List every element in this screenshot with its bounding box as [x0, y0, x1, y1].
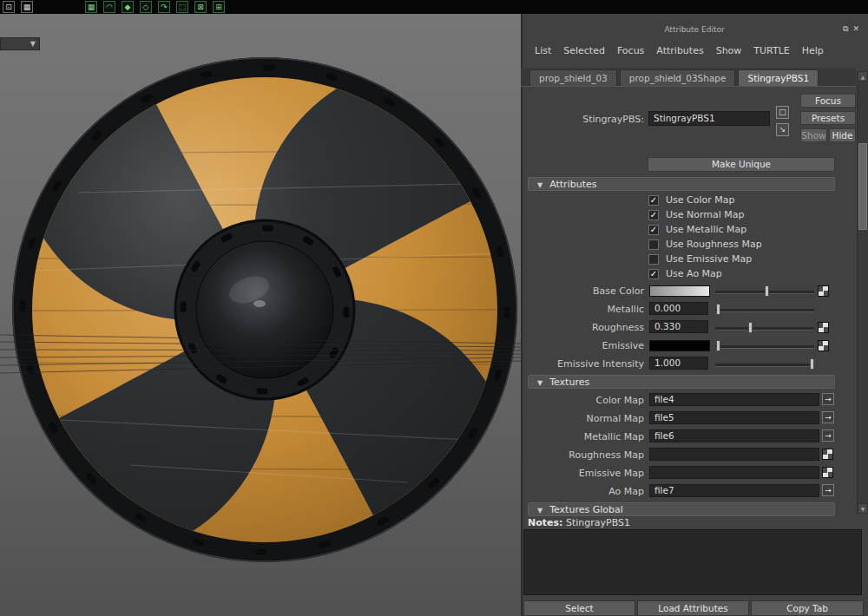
emissive-slider[interactable] [715, 345, 814, 349]
color-map-field[interactable]: file4 [649, 393, 819, 406]
construction-history-icon[interactable]: ⬚ [176, 1, 188, 13]
roughness-slider[interactable] [715, 327, 814, 331]
ao-map-label: Ao Map [521, 486, 644, 497]
checkbox-use-color-map[interactable]: ✓ [648, 195, 659, 206]
emissive-map-field[interactable] [649, 466, 819, 479]
base-color-swatch[interactable] [649, 285, 710, 297]
collapse-triangle-icon: ▼ [537, 181, 542, 189]
section-title: Textures [549, 377, 589, 388]
input-connection-icon[interactable]: → [822, 484, 834, 496]
roughness-map-label: Roughness Map [521, 449, 644, 461]
menu-focus[interactable]: Focus [617, 45, 644, 56]
roughness-label: Roughness [521, 322, 644, 333]
presets-button[interactable]: Presets [800, 111, 856, 125]
roughness-field[interactable]: 0.330 [649, 320, 708, 333]
metallic-label: Metallic [521, 304, 644, 315]
shield-3d-model [0, 14, 521, 616]
checkbox-label-use-emissive-map: Use Emissive Map [666, 253, 752, 265]
snap-grid-icon[interactable]: ▦ [85, 1, 97, 13]
attributes-section-header[interactable]: ▼Attributes [528, 177, 835, 191]
snap-curve-icon[interactable]: ◠ [103, 1, 115, 13]
notes-caption: Notes: [528, 517, 562, 528]
panel-window-controls: ⧉ ✕ [843, 24, 859, 34]
input-connection-icon[interactable]: → [822, 393, 834, 405]
tab-stingraypbs1[interactable]: StingrayPBS1 [738, 69, 819, 86]
map-button-icon[interactable] [822, 467, 833, 478]
select-button[interactable]: Select [523, 600, 635, 616]
attribute-editor-scrollbar[interactable]: ▲ ▼ [857, 71, 868, 514]
boss-dome [196, 241, 333, 378]
focus-button[interactable]: Focus [800, 94, 856, 108]
checkbox-label-use-ao-map: Use Ao Map [666, 268, 722, 279]
node-swatch-icon[interactable]: □ [776, 106, 789, 119]
select-component-icon[interactable]: ⊞ [213, 1, 225, 13]
map-button-icon[interactable] [822, 449, 833, 460]
select-object-icon[interactable]: ⊠ [194, 1, 207, 13]
hide-button[interactable]: Hide [829, 128, 856, 142]
textures-global-section-header[interactable]: ▼Textures Global [528, 502, 835, 516]
menu-turtle[interactable]: TURTLE [753, 45, 789, 56]
menu-selected[interactable]: Selected [563, 45, 605, 56]
slider-handle[interactable] [716, 304, 720, 315]
checkbox-use-roughness-map[interactable] [648, 239, 659, 250]
checkbox-label-use-metallic-map: Use Metallic Map [666, 224, 746, 235]
input-connection-icon[interactable]: → [822, 411, 834, 423]
close-icon[interactable]: ✕ [852, 24, 859, 34]
emissive-map-button[interactable] [818, 340, 829, 351]
menu-list[interactable]: List [535, 45, 551, 56]
checkbox-label-use-color-map: Use Color Map [666, 194, 734, 206]
viewport-panel-menu[interactable]: ▼ [0, 37, 40, 50]
scrollbar-thumb[interactable] [858, 143, 867, 230]
textures-section-header[interactable]: ▼Textures [528, 375, 835, 389]
tab-prop-shield-03shape[interactable]: prop_shield_03Shape [620, 69, 736, 86]
viewport-3d[interactable]: ▼ [0, 14, 521, 616]
make-live-icon[interactable]: ↷ [158, 1, 170, 13]
emissive-swatch[interactable] [649, 340, 710, 351]
status-line: ⊡ ▦ ▦ ◠ ◆ ◇ ↷ ⬚ ⊠ ⊞ [0, 0, 868, 14]
chevron-down-icon: ▼ [30, 40, 36, 48]
normal-map-field[interactable]: file5 [649, 411, 819, 424]
slider-handle[interactable] [716, 340, 720, 351]
attribute-editor-panel: Attribute Editor ⧉ ✕ List Selected Focus… [521, 14, 868, 616]
base-color-map-button[interactable] [818, 285, 829, 297]
metallic-slider[interactable] [715, 309, 814, 312]
checkbox-use-normal-map[interactable]: ✓ [648, 210, 659, 220]
grid-layout-icon[interactable]: ▦ [21, 1, 33, 13]
roughness-map-field[interactable] [649, 448, 819, 461]
copy-tab-button[interactable]: Copy Tab [751, 600, 864, 616]
material-name-label: StingrayPBS: [521, 114, 644, 125]
snap-point-icon[interactable]: ◆ [122, 1, 134, 13]
emissive-intensity-slider[interactable] [715, 364, 814, 367]
base-color-slider[interactable] [715, 291, 814, 294]
roughness-map-button[interactable] [818, 322, 829, 333]
tab-prop-shield-03[interactable]: prop_shield_03 [529, 69, 617, 86]
input-connection-icon[interactable]: → [822, 429, 834, 442]
checkbox-use-metallic-map[interactable]: ✓ [648, 225, 659, 235]
snap-viewplane-icon[interactable]: ◇ [140, 1, 152, 13]
menu-show[interactable]: Show [716, 45, 742, 56]
make-unique-button[interactable]: Make Unique [648, 157, 835, 172]
checkbox-use-emissive-map[interactable] [648, 254, 659, 265]
show-button[interactable]: Show [800, 128, 827, 142]
show-connections-icon[interactable]: ↘ [776, 123, 789, 136]
metallic-map-field[interactable]: file6 [649, 429, 819, 442]
ao-map-field[interactable]: file7 [649, 484, 819, 497]
checkbox-use-ao-map[interactable]: ✓ [648, 269, 659, 279]
collapse-triangle-icon: ▼ [537, 507, 542, 514]
selection-mask-icon[interactable]: ⊡ [3, 1, 15, 13]
slider-handle[interactable] [765, 285, 769, 297]
checkbox-label-use-normal-map: Use Normal Map [666, 209, 745, 220]
load-attributes-button[interactable]: Load Attributes [637, 600, 749, 616]
popout-icon[interactable]: ⧉ [843, 24, 848, 34]
material-name-field[interactable]: StingrayPBS1 [648, 111, 770, 126]
notes-textarea[interactable] [523, 529, 862, 595]
scroll-down-icon[interactable]: ▼ [858, 503, 868, 514]
scroll-up-icon[interactable]: ▲ [858, 71, 868, 82]
metallic-field[interactable]: 0.000 [649, 302, 708, 315]
menu-help[interactable]: Help [802, 45, 824, 56]
collapse-triangle-icon: ▼ [537, 379, 542, 387]
slider-handle[interactable] [810, 358, 814, 370]
emissive-intensity-field[interactable]: 1.000 [649, 357, 708, 370]
menu-attributes[interactable]: Attributes [656, 45, 703, 56]
slider-handle[interactable] [748, 322, 753, 333]
